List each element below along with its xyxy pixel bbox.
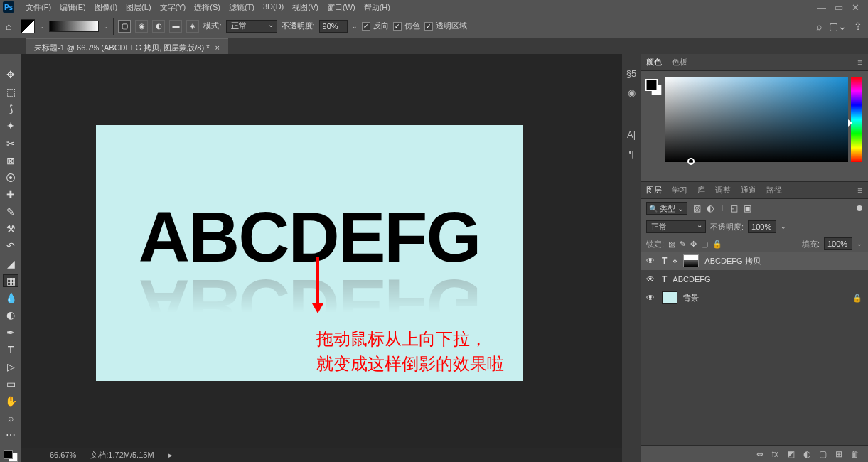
layer-name[interactable]: ABCDEFG 拷贝 [704, 256, 760, 267]
canvas-area[interactable]: ABCDEFG ABCDEFG 拖动鼠标从上向下拉， 就变成这样倒影的效果啦 6… [21, 54, 622, 462]
document-tab[interactable]: 未标题-1 @ 66.7% (ABCDEFG 拷贝, 图层蒙版/8) * × [26, 38, 228, 54]
menu-item[interactable]: 滤镜(T) [225, 2, 259, 13]
menu-item[interactable]: 编辑(E) [55, 2, 90, 13]
close-tab-icon[interactable]: × [215, 43, 220, 52]
type-tool[interactable]: T [3, 343, 18, 356]
menu-item[interactable]: 文件(F) [21, 2, 55, 13]
transparency-checkbox[interactable]: ✓透明区域 [424, 21, 467, 31]
layer-row[interactable]: 👁TABCDEFG [641, 270, 868, 289]
dither-checkbox[interactable]: ✓仿色 [393, 21, 420, 31]
layer-row[interactable]: 👁背景🔒 [641, 289, 868, 307]
zoom-value[interactable]: 66.67% [50, 451, 76, 459]
menu-item[interactable]: 视图(V) [288, 2, 323, 13]
filter-smart-icon[interactable]: ▣ [744, 203, 751, 213]
reflected-gradient-button[interactable]: ▬ [169, 20, 182, 33]
zoom-tool[interactable]: ⌕ [3, 412, 18, 424]
tab-paths[interactable]: 路径 [766, 185, 782, 195]
layer-row[interactable]: 👁T⋄ABCDEFG 拷贝 [641, 252, 868, 270]
angle-gradient-button[interactable]: ◐ [152, 20, 165, 33]
filter-switch[interactable] [857, 205, 862, 211]
lock-artboard-icon[interactable]: ▢ [701, 240, 708, 249]
group-icon[interactable]: ▢ [819, 449, 827, 459]
layer-fx-icon[interactable]: fx [772, 449, 778, 459]
menu-item[interactable]: 3D(D) [259, 2, 288, 13]
clone-stamp-tool[interactable]: ⚒ [3, 222, 18, 235]
pen-tool[interactable]: ✒ [3, 326, 18, 338]
panel-menu-icon[interactable]: ≡ [857, 58, 862, 68]
character-icon[interactable]: A| [627, 129, 636, 140]
link-layers-icon[interactable]: ⇔ [756, 449, 763, 459]
adjustment-layer-icon[interactable]: ◐ [803, 449, 810, 459]
layer-mask-icon[interactable]: ◩ [787, 449, 795, 459]
magic-wand-tool[interactable]: ✦ [3, 119, 18, 132]
layer-filter-select[interactable]: 类型 [646, 202, 687, 215]
foreground-background-swatch[interactable] [4, 450, 18, 462]
close-button[interactable]: ✕ [852, 2, 859, 13]
home-icon[interactable]: ⌂ [6, 21, 11, 32]
tab-layers[interactable]: 图层 [646, 185, 662, 195]
mask-link-icon[interactable]: ⋄ [673, 257, 677, 266]
healing-tool[interactable]: ✚ [3, 188, 18, 201]
brush-tool[interactable]: ✎ [3, 205, 18, 218]
visibility-icon[interactable]: 👁 [646, 274, 656, 284]
edit-toolbar[interactable]: ⋯ [3, 429, 18, 441]
gradient-preview[interactable] [49, 21, 99, 32]
panel-menu-icon[interactable]: ≡ [857, 186, 862, 195]
paragraph-icon[interactable]: ¶ [629, 149, 634, 159]
menu-item[interactable]: 帮助(H) [360, 2, 395, 13]
history-brush-tool[interactable]: ↶ [3, 240, 18, 252]
layer-name[interactable]: ABCDEFG [673, 275, 710, 284]
hue-slider[interactable] [851, 77, 862, 162]
marquee-tool[interactable]: ⬚ [3, 85, 18, 98]
filter-image-icon[interactable]: ▨ [693, 203, 701, 213]
eraser-tool[interactable]: ◢ [3, 257, 18, 270]
chevron-down-icon[interactable]: ⌄ [103, 23, 109, 30]
filter-adjust-icon[interactable]: ◐ [707, 203, 714, 213]
diamond-gradient-button[interactable]: ◈ [186, 20, 199, 33]
share-icon[interactable]: ⇪ [854, 21, 862, 32]
layer-name[interactable]: 背景 [683, 293, 699, 303]
delete-layer-icon[interactable]: 🗑 [851, 449, 859, 459]
linear-gradient-button[interactable]: ▢ [118, 20, 131, 33]
properties-icon[interactable]: ◉ [628, 87, 636, 98]
tab-channels[interactable]: 通道 [741, 185, 756, 195]
layer-blend-select[interactable]: 正常 [646, 220, 706, 233]
hand-tool[interactable]: ✋ [3, 394, 18, 407]
crop-tool[interactable]: ✂ [3, 137, 18, 150]
layer-mask-thumbnail[interactable] [683, 254, 699, 267]
gradient-tool[interactable]: ▦ [3, 274, 18, 288]
maximize-button[interactable]: ▭ [835, 2, 843, 13]
search-icon[interactable]: ⌕ [816, 21, 822, 32]
tab-swatches[interactable]: 色板 [672, 57, 687, 68]
filter-shape-icon[interactable]: ◰ [730, 203, 738, 213]
minimize-button[interactable]: — [817, 2, 826, 13]
tab-libraries[interactable]: 库 [697, 185, 705, 195]
workspace-icon[interactable]: ▢⌄ [829, 21, 847, 32]
lock-all-icon[interactable]: 🔒 [712, 240, 722, 249]
chevron-down-icon[interactable]: ⌄ [39, 23, 45, 30]
layer-opacity-input[interactable]: 100% [748, 220, 776, 233]
menu-item[interactable]: 图像(I) [90, 2, 122, 13]
eyedropper-tool[interactable]: ⦿ [3, 171, 18, 184]
history-icon[interactable]: §5 [626, 68, 636, 79]
tab-color[interactable]: 颜色 [646, 57, 662, 68]
blend-mode-select[interactable]: 正常 [226, 20, 277, 33]
visibility-icon[interactable]: 👁 [646, 293, 656, 303]
radial-gradient-button[interactable]: ◉ [135, 20, 148, 33]
lock-position-icon[interactable]: ✥ [690, 240, 697, 249]
menu-item[interactable]: 窗口(W) [323, 2, 360, 13]
status-arrow-icon[interactable]: ▸ [168, 451, 173, 460]
dodge-tool[interactable]: ◐ [3, 308, 18, 321]
path-selection-tool[interactable]: ▷ [3, 360, 18, 373]
color-swatch[interactable] [646, 80, 662, 95]
tab-adjustments[interactable]: 调整 [715, 185, 731, 195]
frame-tool[interactable]: ⊠ [3, 154, 18, 167]
filter-type-icon[interactable]: T [719, 203, 724, 213]
rectangle-tool[interactable]: ▭ [3, 377, 18, 390]
menu-item[interactable]: 选择(S) [190, 2, 225, 13]
visibility-icon[interactable]: 👁 [646, 256, 656, 266]
doc-info[interactable]: 文档:1.72M/5.15M [90, 450, 154, 461]
chevron-down-icon[interactable]: ⌄ [352, 23, 358, 30]
fill-input[interactable]: 100% [824, 237, 852, 250]
chevron-down-icon[interactable]: ⌄ [857, 240, 862, 247]
